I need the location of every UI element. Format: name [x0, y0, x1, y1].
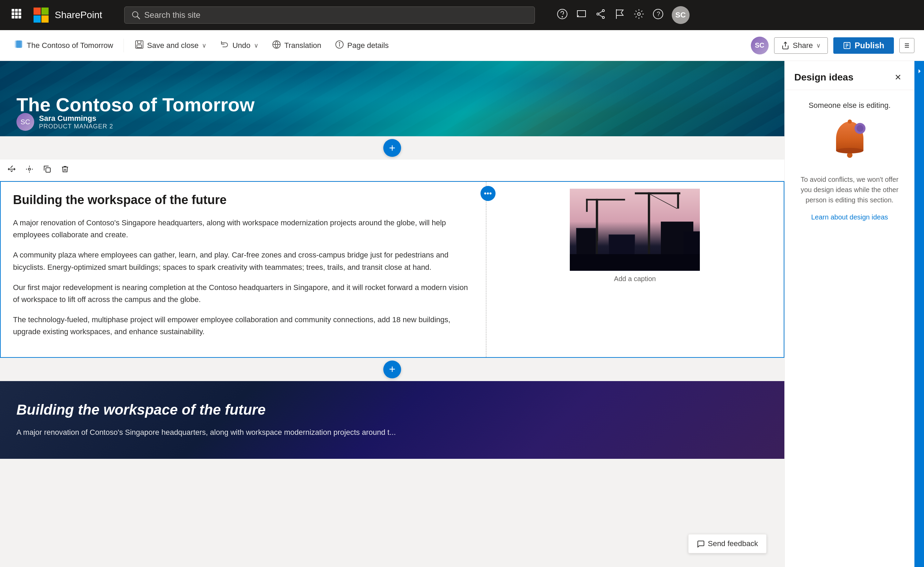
svg-rect-56	[848, 119, 852, 123]
content-section: ••• Building the workspace of the future…	[0, 159, 784, 358]
panel-body: Someone else is editing.	[785, 90, 914, 232]
dark-section: Building the workspace of the future A m…	[0, 381, 784, 459]
panel-close-button[interactable]: ✕	[891, 71, 905, 84]
author-info: Sara Cummings Product Manager 2	[39, 114, 113, 130]
svg-rect-41	[46, 168, 50, 172]
svg-rect-6	[12, 16, 14, 18]
translation-icon	[272, 40, 281, 51]
app-name: SharePoint	[55, 10, 102, 21]
svg-rect-28	[138, 41, 141, 44]
feedback-icon	[697, 540, 704, 547]
top-navigation: SharePoint	[0, 0, 924, 30]
content-para-4: The technology-fueled, multiphase projec…	[13, 314, 474, 338]
search-input[interactable]	[144, 10, 528, 20]
search-container	[124, 6, 535, 24]
collapse-panel-button[interactable]	[899, 38, 914, 53]
content-para-1: A major renovation of Contoso's Singapor…	[13, 217, 474, 241]
add-section-button-bottom[interactable]: +	[383, 361, 401, 378]
edit-more-button[interactable]: •••	[480, 186, 495, 201]
construction-image	[570, 189, 700, 271]
save-and-close-label: Save and close	[147, 41, 198, 50]
svg-point-40	[28, 168, 30, 170]
svg-rect-29	[137, 45, 142, 48]
panel-description: To avoid conflicts, we won't offer you d…	[794, 174, 905, 205]
help-icon[interactable]	[557, 9, 568, 22]
svg-rect-49	[677, 193, 679, 209]
microsoft-logo[interactable]: SharePoint	[33, 7, 102, 23]
undo-button[interactable]: Undo ∨	[214, 37, 264, 54]
svg-rect-26	[16, 41, 22, 48]
section-settings-button[interactable]	[23, 163, 36, 177]
svg-point-19	[602, 17, 604, 18]
svg-rect-5	[18, 12, 21, 15]
publish-label: Publish	[855, 41, 884, 50]
content-heading: Building the workspace of the future	[13, 193, 474, 207]
flag-icon[interactable]	[614, 9, 625, 22]
dark-heading: Building the workspace of the future	[16, 402, 768, 418]
move-section-button[interactable]	[6, 163, 18, 177]
svg-rect-2	[18, 9, 21, 12]
author-name: Sara Cummings	[39, 114, 113, 123]
right-panel-tab[interactable]	[914, 61, 924, 567]
translation-button[interactable]: Translation	[267, 37, 327, 54]
waffle-menu-button[interactable]	[11, 8, 22, 22]
learn-about-design-ideas-link[interactable]: Learn about design ideas	[811, 213, 888, 221]
save-and-close-button[interactable]: Save and close ∨	[129, 37, 212, 54]
svg-point-22	[638, 13, 640, 15]
section-edit-toolbar	[0, 159, 784, 181]
text-column: ••• Building the workspace of the future…	[1, 182, 486, 357]
share-icon[interactable]	[595, 9, 606, 22]
svg-rect-10	[41, 8, 49, 15]
svg-point-17	[602, 10, 604, 12]
undo-icon	[220, 40, 229, 51]
svg-line-14	[137, 17, 140, 19]
svg-point-59	[836, 148, 863, 153]
share-button[interactable]: Share ∨	[774, 37, 828, 54]
settings-icon[interactable]	[633, 9, 644, 22]
delete-section-button[interactable]	[59, 163, 71, 177]
page-details-icon	[335, 40, 344, 51]
toolbar-right: SC Share ∨ Publish	[751, 37, 914, 54]
toolbar-divider-1	[123, 39, 124, 53]
page-tab-label: The Contoso of Tomorrow	[27, 41, 113, 50]
svg-rect-0	[12, 9, 14, 12]
author-avatar: SC	[16, 113, 34, 131]
svg-rect-8	[18, 16, 21, 18]
undo-dropdown-arrow[interactable]: ∨	[254, 42, 258, 49]
hero-section: The Contoso of Tomorrow SC Sara Cummings…	[0, 61, 784, 136]
panel-status: Someone else is editing.	[808, 101, 891, 110]
send-feedback-label: Send feedback	[708, 539, 758, 548]
svg-rect-44	[586, 199, 625, 201]
publish-button[interactable]: Publish	[833, 37, 894, 54]
search-box[interactable]	[124, 6, 535, 24]
send-feedback-button[interactable]: Send feedback	[688, 534, 766, 553]
chat-icon[interactable]	[576, 9, 587, 22]
svg-line-21	[599, 15, 602, 17]
page-content[interactable]: The Contoso of Tomorrow SC Sara Cummings…	[0, 61, 784, 567]
hero-title: The Contoso of Tomorrow	[16, 93, 255, 116]
user-avatar[interactable]: SC	[672, 6, 690, 24]
svg-rect-1	[15, 9, 18, 12]
question-icon[interactable]: ?	[652, 9, 664, 22]
design-ideas-panel: Design ideas ✕ Someone else is editing.	[784, 61, 914, 567]
svg-point-61	[856, 125, 863, 132]
svg-line-20	[599, 11, 602, 14]
svg-rect-9	[33, 8, 41, 15]
conflict-illustration	[829, 118, 870, 166]
share-dropdown-arrow[interactable]: ∨	[816, 42, 820, 49]
page-tab[interactable]: The Contoso of Tomorrow	[10, 37, 118, 54]
add-section-button-top[interactable]: +	[383, 139, 401, 157]
duplicate-section-button[interactable]	[41, 163, 53, 177]
svg-point-18	[597, 13, 599, 15]
page-details-button[interactable]: Page details	[330, 37, 394, 54]
add-section-bottom: +	[0, 358, 784, 381]
save-dropdown-arrow[interactable]: ∨	[202, 42, 206, 49]
content-para-3: Our first major redevelopment is nearing…	[13, 281, 474, 305]
svg-rect-3	[12, 12, 14, 15]
topnav-icons: ? SC	[557, 6, 690, 24]
hero-author: SC Sara Cummings Product Manager 2	[16, 113, 113, 131]
svg-rect-45	[586, 199, 588, 212]
svg-rect-12	[41, 15, 49, 23]
image-caption[interactable]: Add a caption	[614, 275, 656, 283]
add-section-top: +	[0, 136, 784, 159]
